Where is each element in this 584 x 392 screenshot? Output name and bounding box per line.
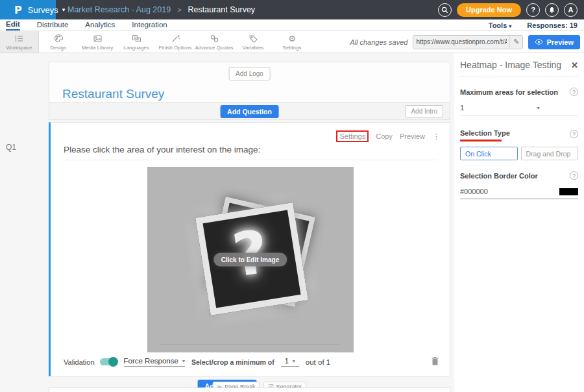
border-color-label: Selection Border Color — [460, 172, 538, 180]
preview-button[interactable]: Preview — [528, 35, 580, 49]
help-button[interactable]: ? — [526, 3, 540, 17]
toolbar-item-workspace[interactable]: Workspace — [0, 31, 39, 53]
toolbar-item-media-library[interactable]: Media Library — [78, 31, 117, 53]
chevron-down-icon: ▾ — [509, 23, 511, 29]
toolbar-item-design[interactable]: Design — [39, 31, 78, 53]
breadcrumb: Market Research - Aug 2019 > Restaurant … — [56, 5, 255, 14]
max-areas-dropdown[interactable]: 1 ▾ — [460, 104, 578, 116]
tab-analytics[interactable]: Analytics — [85, 21, 115, 30]
question-settings-link[interactable]: Settings — [336, 130, 369, 142]
workspace-icon — [14, 34, 24, 43]
pencil-icon: ✎ — [513, 38, 519, 46]
help-circle-icon[interactable]: ? — [570, 88, 578, 96]
editor-toolbar: Workspace Design Media Library SA Langua… — [0, 31, 584, 53]
editor-canvas: Add Logo Restaurant Survey Add Question … — [0, 53, 454, 392]
selection-type-options: On Click Drag and Drop — [460, 147, 578, 160]
breadcrumb-parent[interactable]: Market Research - Aug 2019 — [67, 5, 171, 14]
search-button[interactable] — [438, 3, 452, 17]
add-intro-button[interactable]: Add Intro — [405, 105, 443, 117]
question-divider — [64, 160, 437, 160]
placeholder-baseline — [160, 344, 341, 345]
border-color-row: Selection Border Color ? — [460, 171, 578, 180]
tag-icon — [249, 34, 258, 43]
product-name: Surveys — [28, 5, 58, 15]
topbar-actions: Upgrade Now ? A — [438, 3, 584, 17]
notifications-button[interactable] — [545, 3, 559, 17]
svg-text:A: A — [137, 38, 140, 42]
toolbar-item-variables[interactable]: Variables — [234, 31, 273, 53]
question-preview-link[interactable]: Preview — [400, 132, 425, 140]
help-circle-icon[interactable]: ? — [570, 171, 578, 180]
on-click-option[interactable]: On Click — [460, 147, 518, 160]
border-color-input[interactable]: #000000 — [460, 188, 578, 199]
translate-icon: SA — [132, 34, 141, 43]
tab-distribute[interactable]: Distribute — [37, 21, 69, 30]
toolbar-right: All changes saved ✎ Preview — [350, 31, 584, 53]
question-text[interactable]: Please click the area of your interest o… — [64, 145, 260, 154]
tab-integration[interactable]: Integration — [132, 21, 167, 30]
validation-row: Validation Force Response ▾ Select/crop … — [64, 356, 439, 367]
out-of-label: out of 1 — [306, 358, 330, 366]
selection-type-label: Selection Type — [460, 129, 510, 137]
bell-icon — [548, 6, 555, 14]
minimum-label: Select/crop a minimum of — [191, 358, 274, 366]
survey-title[interactable]: Restaurant Survey — [62, 87, 164, 101]
toolbar-item-settings[interactable]: ⚙ Settings — [273, 31, 311, 53]
questionpro-logo-icon: P — [14, 4, 22, 16]
toolbar-item-finish-options[interactable]: Finish Options — [156, 31, 195, 53]
survey-url-box: ✎ — [413, 35, 523, 49]
palette-icon — [54, 34, 64, 43]
avatar-initial: A — [568, 6, 574, 14]
minimum-dropdown[interactable]: 1 ▾ — [281, 357, 299, 367]
responses-count[interactable]: Responses: 19 — [527, 21, 578, 29]
help-icon: ? — [531, 6, 535, 14]
edit-url-button[interactable]: ✎ — [509, 36, 522, 49]
click-to-edit-image-button[interactable]: Click to Edit Image — [213, 253, 287, 267]
toolbar-item-languages[interactable]: SA Languages — [117, 31, 156, 53]
panel-header: Heatmap - Image Testing ✕ — [460, 53, 578, 77]
gear-icon: ⚙ — [288, 34, 296, 43]
help-circle-icon[interactable]: ? — [570, 130, 578, 138]
selection-type-row: Selection Type ? — [460, 127, 578, 141]
drag-and-drop-option[interactable]: Drag and Drop — [521, 147, 579, 160]
question-card: Settings Copy Preview ⋮ Please click the… — [49, 122, 450, 376]
brand-menu[interactable]: P Surveys ▾ — [0, 0, 56, 19]
image-icon — [93, 34, 103, 43]
links-icon — [210, 34, 219, 43]
add-logo-button[interactable]: Add Logo — [228, 67, 271, 80]
nav-right: Tools ▾ Responses: 19 — [489, 21, 584, 29]
tools-menu[interactable]: Tools ▾ — [489, 21, 512, 29]
chevron-down-icon: ▾ — [182, 358, 185, 364]
survey-header-card: Add Logo Restaurant Survey Add Question … — [49, 62, 450, 120]
close-icon[interactable]: ✕ — [571, 60, 578, 70]
survey-header-actions: Add Question Add Intro — [49, 102, 450, 119]
main-nav: Edit Distribute Analytics Integration To… — [0, 19, 584, 31]
upgrade-now-button[interactable]: Upgrade Now — [457, 3, 521, 17]
toolbar-item-advance-quotas[interactable]: Advance Quotas — [195, 31, 234, 53]
breadcrumb-current: Restaurant Survey — [188, 5, 256, 14]
red-annotation-underline — [460, 140, 502, 141]
add-question-button-top[interactable]: Add Question — [220, 105, 279, 118]
chevron-down-icon: ▾ — [293, 358, 295, 364]
border-color-value: #000000 — [460, 188, 488, 195]
max-areas-label: Maximum areas for selection — [460, 88, 558, 96]
chevron-down-icon: ▾ — [537, 105, 539, 111]
max-areas-row: Maximum areas for selection ? — [460, 88, 578, 96]
color-swatch[interactable] — [559, 188, 578, 195]
question-copy-link[interactable]: Copy — [376, 132, 393, 140]
survey-url-input[interactable] — [413, 36, 509, 49]
tab-edit[interactable]: Edit — [6, 20, 20, 31]
search-icon — [441, 6, 448, 14]
question-actions: Settings Copy Preview ⋮ — [336, 130, 441, 142]
panel-title: Heatmap - Image Testing — [460, 60, 561, 70]
heatmap-image-placeholder[interactable]: ? Click to Edit Image — [147, 167, 354, 352]
validation-type-dropdown[interactable]: Force Response ▾ — [124, 357, 185, 367]
delete-question-button[interactable] — [431, 356, 439, 367]
wand-icon — [171, 34, 180, 43]
avatar[interactable]: A — [564, 3, 578, 17]
kebab-menu-icon[interactable]: ⋮ — [432, 132, 441, 141]
validation-toggle[interactable] — [100, 358, 117, 365]
save-status: All changes saved — [350, 38, 408, 46]
settings-panel: Heatmap - Image Testing ✕ Maximum areas … — [454, 53, 584, 392]
top-bar: P Surveys ▾ Market Research - Aug 2019 >… — [0, 0, 584, 19]
